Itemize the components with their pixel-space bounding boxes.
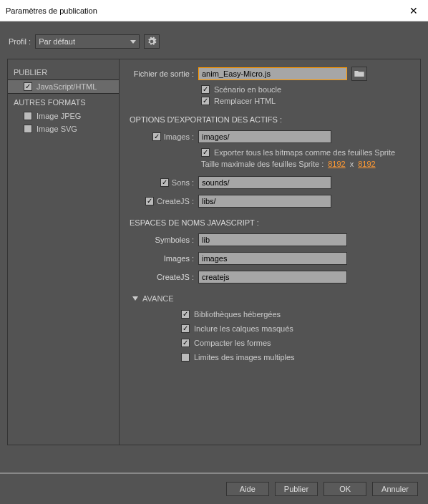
profile-label: Profil :: [9, 37, 31, 46]
checkbox-jshtml[interactable]: [24, 82, 32, 91]
checkbox-compact[interactable]: [181, 339, 190, 347]
hosted-label: Bibliothèques hébergées: [194, 310, 281, 319]
ns-images-input[interactable]: images: [198, 252, 347, 265]
checkbox-loop[interactable]: [201, 85, 210, 94]
images-path-input[interactable]: images/: [198, 130, 331, 143]
hidden-label: Inclure les calques masqués: [194, 324, 293, 333]
createjs-label: CreateJS :: [157, 197, 194, 205]
sidebar-item-label: Image SVG: [37, 125, 77, 133]
checkbox-sprite-export[interactable]: [201, 148, 210, 157]
profile-settings-button[interactable]: [144, 34, 160, 49]
checkbox-jpeg[interactable]: [24, 112, 32, 120]
output-file-label: Fichier de sortie :: [130, 69, 198, 78]
overwrite-label: Remplacer HTML: [214, 97, 276, 105]
ns-images-label: Images :: [130, 254, 198, 263]
sidebar-item-label: JavaScript/HTML: [37, 82, 97, 91]
checkbox-hidden[interactable]: [181, 324, 190, 333]
sidebar-item-label: Image JPEG: [37, 112, 81, 120]
publish-button[interactable]: Publier: [275, 482, 318, 496]
folder-icon: [354, 69, 365, 78]
profile-select[interactable]: Par défaut: [35, 34, 140, 49]
format-sidebar: PUBLIER JavaScript/HTML AUTRES FORMATS I…: [8, 59, 120, 445]
loop-label: Scénario en boucle: [214, 85, 281, 94]
checkbox-createjs[interactable]: [145, 197, 154, 205]
sprite-height-input[interactable]: 8192: [358, 160, 375, 168]
checkbox-sounds[interactable]: [160, 178, 169, 187]
advanced-heading: AVANCE: [142, 294, 174, 303]
checkbox-hosted[interactable]: [181, 310, 190, 319]
ok-button[interactable]: OK: [324, 482, 366, 496]
checkbox-multiframe[interactable]: [181, 353, 190, 362]
browse-button[interactable]: [351, 67, 367, 81]
createjs-path-input[interactable]: libs/: [198, 195, 331, 208]
ns-symbols-label: Symboles :: [130, 236, 198, 244]
profile-value: Par défaut: [39, 37, 75, 46]
compact-label: Compacter les formes: [194, 339, 271, 347]
multiframe-label: Limites des images multiples: [194, 353, 295, 362]
output-file-input[interactable]: anim_Easy-Micro.js: [198, 67, 347, 80]
export-heading: OPTIONS D'EXPORTATION DES ACTIFS :: [130, 115, 410, 124]
ns-symbols-input[interactable]: lib: [198, 233, 347, 246]
sprite-export-label: Exporter tous les bitmaps comme des feui…: [214, 148, 395, 157]
gear-icon: [147, 37, 157, 47]
sprite-size-label: Taille maximale des feuilles Sprite :: [201, 160, 324, 168]
sounds-path-input[interactable]: sounds/: [198, 176, 331, 189]
checkbox-images[interactable]: [152, 132, 161, 141]
advanced-disclosure[interactable]: AVANCE: [132, 294, 410, 303]
ns-createjs-label: CreateJS :: [130, 273, 198, 281]
sounds-label: Sons :: [172, 178, 194, 187]
sidebar-item-jpeg[interactable]: Image JPEG: [8, 110, 119, 122]
triangle-down-icon: [132, 296, 138, 301]
sprite-width-input[interactable]: 8192: [328, 160, 345, 168]
sprite-x: x: [350, 160, 354, 168]
cancel-button[interactable]: Annuler: [372, 482, 418, 496]
sidebar-item-jshtml[interactable]: JavaScript/HTML: [8, 79, 119, 94]
help-button[interactable]: Aide: [226, 482, 269, 496]
ns-createjs-input[interactable]: createjs: [198, 271, 347, 284]
images-label: Images :: [164, 132, 194, 141]
sidebar-heading-publish: PUBLIER: [8, 64, 119, 79]
window-title: Paramètres de publication: [6, 6, 97, 15]
chevron-down-icon: [130, 40, 136, 44]
checkbox-svg[interactable]: [24, 125, 32, 133]
sidebar-heading-other: AUTRES FORMATS: [8, 94, 119, 110]
ns-heading: ESPACES DE NOMS JAVASCRIPT :: [130, 218, 410, 227]
close-icon[interactable]: ✕: [405, 5, 422, 16]
sidebar-item-svg[interactable]: Image SVG: [8, 122, 119, 135]
checkbox-overwrite[interactable]: [201, 97, 210, 105]
